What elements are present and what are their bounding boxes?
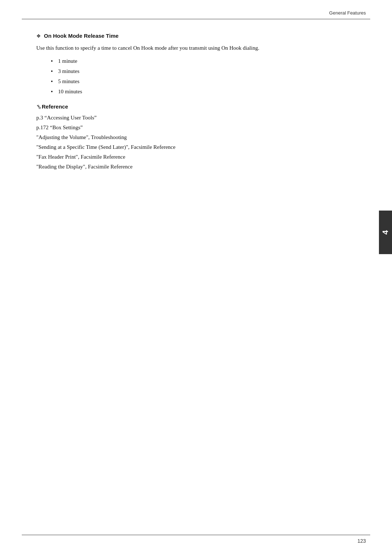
list-item: "Reading the Display", Facsimile Referen… (36, 162, 356, 172)
reference-heading: ⚷ Reference (36, 103, 356, 110)
list-item: 5 minutes (51, 77, 356, 86)
section-title: On Hook Mode Release Time (44, 33, 119, 39)
list-item: "Fax Header Print", Facsimile Reference (36, 152, 356, 162)
list-item: p.3 “Accessing User Tools” (36, 113, 356, 123)
tab-indicator: 4 (379, 211, 392, 254)
section-heading: ❖ On Hook Mode Release Time (36, 33, 356, 40)
header-text: General Features (329, 10, 366, 16)
list-item: "Adjusting the Volume", Troubleshooting (36, 133, 356, 142)
bullet-list: 1 minute 3 minutes 5 minutes 10 minutes (51, 57, 356, 96)
page-container: General Features 4 ❖ On Hook Mode Releas… (0, 0, 392, 554)
header: General Features (0, 10, 392, 16)
list-item: 10 minutes (51, 87, 356, 96)
reference-list: p.3 “Accessing User Tools” p.172 “Box Se… (36, 113, 356, 172)
header-line (22, 19, 370, 19)
reference-title: Reference (42, 103, 68, 110)
list-item: 3 minutes (51, 67, 356, 76)
diamond-bullet-icon: ❖ (36, 33, 41, 40)
key-icon: ⚷ (34, 102, 42, 110)
list-item: "Sending at a Specific Time (Send Later)… (36, 142, 356, 152)
footer-line (22, 535, 370, 535)
list-item: 1 minute (51, 57, 356, 65)
list-item: p.172 “Box Settings” (36, 123, 356, 133)
page-number: 123 (358, 538, 366, 544)
main-content: ❖ On Hook Mode Release Time Use this fun… (36, 25, 356, 173)
tab-number: 4 (381, 230, 390, 235)
section-description: Use this function to specify a time to c… (36, 44, 356, 52)
